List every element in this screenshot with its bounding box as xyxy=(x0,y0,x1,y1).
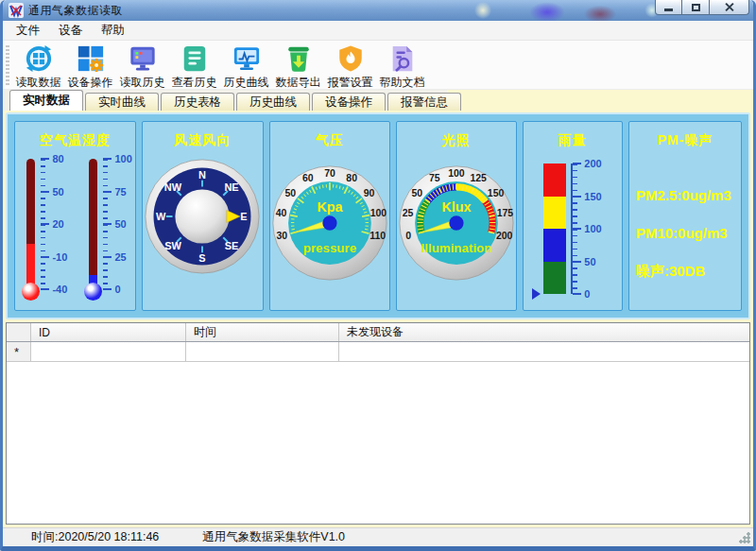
panel-pressure: 气压 30405060708090100110Kpapressure xyxy=(269,121,390,311)
pressure-gauge: 30405060708090100110Kpapressure xyxy=(270,164,389,283)
toolbar-label: 读取历史 xyxy=(120,75,165,91)
svg-text:175: 175 xyxy=(496,208,513,218)
thermometer-bulb xyxy=(84,283,102,301)
svg-text:200: 200 xyxy=(496,231,513,241)
toolbar-label: 读取数据 xyxy=(16,75,61,91)
toolbar-label: 设备操作 xyxy=(68,75,113,91)
window-title: 通用气象数据读取 xyxy=(28,3,123,19)
svg-text:25: 25 xyxy=(402,208,413,218)
minimize-icon xyxy=(664,9,673,11)
panel-rain: 雨量 200150100500 xyxy=(523,121,623,311)
ruler-label: 25 xyxy=(114,252,126,263)
ruler-label: 50 xyxy=(52,187,63,198)
cell-time[interactable] xyxy=(186,342,339,361)
tab-3[interactable]: 历史曲线 xyxy=(236,93,310,111)
thermometer-humidity: 1007550250 xyxy=(79,157,132,310)
toolbar-history-curve[interactable]: 历史曲线 xyxy=(220,43,272,91)
row-selector-header[interactable] xyxy=(7,323,31,341)
toolbar-label: 帮助文档 xyxy=(380,75,425,91)
ruler-tick xyxy=(573,163,581,164)
toolbar-alarm-settings[interactable]: 报警设置 xyxy=(324,43,376,91)
restore-button[interactable] xyxy=(682,0,709,15)
tab-4[interactable]: 设备操作 xyxy=(312,93,386,111)
panel-title-illumination: 光照 xyxy=(397,132,516,149)
svg-text:NW: NW xyxy=(164,181,182,193)
rain-level-pointer xyxy=(532,288,541,300)
panel-wind: 风速风向 NNEESESSWWNW xyxy=(142,121,264,311)
ruler-tick xyxy=(103,223,112,225)
thermometer-scale: 1007550250 xyxy=(103,159,129,289)
app-window: 通用气象数据读取 文件设备帮助 读取数据设备操作读取历史查看历史历史曲线数据导出… xyxy=(0,0,756,551)
ruler-tick xyxy=(41,223,49,225)
close-button[interactable] xyxy=(709,0,749,15)
svg-text:Kpa: Kpa xyxy=(317,199,343,215)
thermometers: 805020-10-401007550250 xyxy=(15,157,135,310)
ruler-tick xyxy=(103,191,112,193)
column-header-device-status[interactable]: 未发现设备 xyxy=(339,323,749,341)
toolbar-read-data[interactable]: 读取数据 xyxy=(12,43,64,91)
svg-text:SE: SE xyxy=(225,240,239,251)
ruler-tick xyxy=(103,158,112,160)
toolbar-help-doc[interactable]: 帮助文档 xyxy=(376,43,428,91)
window-controls xyxy=(655,0,749,15)
ruler-label: -10 xyxy=(52,252,67,263)
svg-text:Klux: Klux xyxy=(441,199,471,215)
ruler-label: 0 xyxy=(114,284,120,295)
menu-item-2[interactable]: 帮助 xyxy=(92,21,134,41)
cell-id[interactable] xyxy=(31,342,186,361)
rain-gauge: 200150100500 xyxy=(524,164,622,294)
thermometer-scale: 805020-10-40 xyxy=(41,159,67,289)
svg-text:NE: NE xyxy=(225,181,239,193)
ruler-label: 75 xyxy=(114,187,126,198)
illumination-gauge: 0255075100125150175200KluxIllumination xyxy=(397,164,516,283)
panel-pm-noise: PM-噪声 PM2.5:0ug/m3 PM10:0ug/m3 噪声:30DB xyxy=(628,121,742,311)
minimize-button[interactable] xyxy=(655,0,682,15)
svg-text:80: 80 xyxy=(346,173,357,183)
svg-text:N: N xyxy=(198,169,206,181)
menu-item-1[interactable]: 设备 xyxy=(49,21,92,41)
ruler-tick xyxy=(41,256,49,258)
toolbar-read-history[interactable]: 读取历史 xyxy=(116,43,168,91)
tab-1[interactable]: 实时曲线 xyxy=(85,93,159,111)
svg-text:Illumination: Illumination xyxy=(421,241,491,255)
menu-item-0[interactable]: 文件 xyxy=(7,21,49,41)
ruler-label: 50 xyxy=(584,257,595,267)
ruler-tick xyxy=(573,228,581,230)
thermometer-temperature: 805020-10-40 xyxy=(17,157,70,310)
svg-text:pressure: pressure xyxy=(303,241,356,255)
ruler-tick xyxy=(41,158,49,160)
wind-compass: NNEESESSWWNW xyxy=(143,158,263,275)
panel-title-temp-humidity: 空气温湿度 xyxy=(15,132,135,149)
svg-text:W: W xyxy=(156,211,166,222)
svg-text:60: 60 xyxy=(302,173,314,183)
panel-title-pm-noise: PM-噪声 xyxy=(629,132,741,149)
history-curve-icon xyxy=(232,44,261,73)
status-bar: 时间:2020/5/20 18:11:46 通用气象数据采集软件V1.0 xyxy=(3,527,753,546)
tab-2[interactable]: 历史表格 xyxy=(161,93,234,111)
menu-bar: 文件设备帮助 xyxy=(3,21,753,41)
rain-bar xyxy=(543,164,566,294)
app-icon xyxy=(9,3,24,18)
tab-5[interactable]: 报警信息 xyxy=(387,93,461,111)
toolbar-view-history[interactable]: 查看历史 xyxy=(168,43,220,91)
grid-new-row: * xyxy=(7,342,749,362)
toolbar-device-operation[interactable]: 设备操作 xyxy=(64,43,116,91)
tab-0[interactable]: 实时数据 xyxy=(9,90,83,111)
ruler-label: 20 xyxy=(52,219,63,230)
toolbar-label: 数据导出 xyxy=(276,75,321,91)
title-bar[interactable]: 通用气象数据读取 xyxy=(3,0,753,21)
toolbar-grip[interactable] xyxy=(6,45,9,87)
svg-text:90: 90 xyxy=(364,188,375,198)
resize-grip[interactable] xyxy=(739,532,750,543)
toolbar-data-export[interactable]: 数据导出 xyxy=(272,43,324,91)
thermometer-tube xyxy=(89,159,97,289)
column-header-id[interactable]: ID xyxy=(31,323,186,341)
ruler-label: 0 xyxy=(584,289,590,300)
cell-device-status[interactable] xyxy=(339,342,749,361)
read-history-icon xyxy=(129,44,157,73)
tab-page-realtime-data: 空气温湿度 805020-10-401007550250 风速风向 NNEESE… xyxy=(3,111,753,527)
svg-text:125: 125 xyxy=(470,173,487,183)
column-header-time[interactable]: 时间 xyxy=(186,323,339,341)
panel-temp-humidity: 空气温湿度 805020-10-401007550250 xyxy=(14,121,136,311)
ruler-tick xyxy=(103,288,112,290)
